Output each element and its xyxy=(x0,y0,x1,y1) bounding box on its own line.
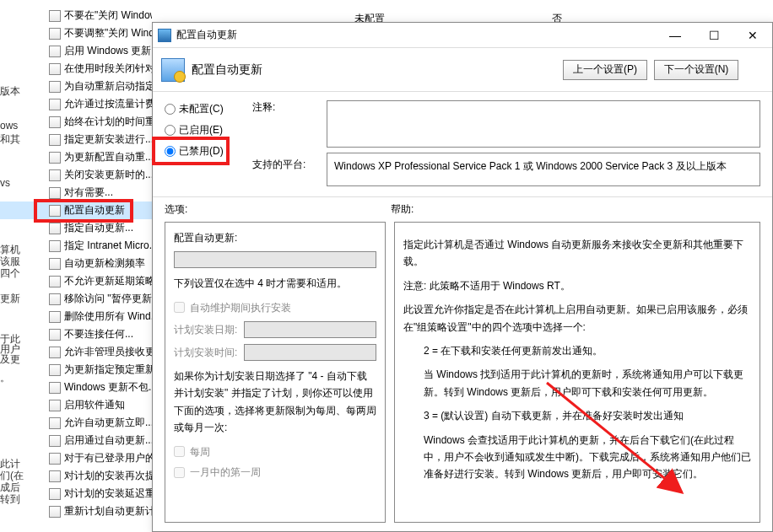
policy-item-icon xyxy=(49,506,61,518)
policy-item-icon xyxy=(49,99,61,110)
next-setting-label: 下一个设置(N) xyxy=(664,62,729,77)
policy-dialog: 配置自动更新 — ☐ ✕ 配置自动更新 上一个设置(P) 下一个设置(N) 未配… xyxy=(152,22,773,532)
policy-item-icon xyxy=(49,10,61,22)
radio-disabled-label: 已禁用(D) xyxy=(179,144,224,159)
plan-paragraph: 如果你为计划安装日期选择了 "4 - 自动下载并计划安装" 并指定了计划，则你还… xyxy=(174,368,376,437)
first-week-checkbox[interactable]: 一月中的第一周 xyxy=(174,464,376,481)
auto-maintenance-checkbox[interactable]: 自动维护期间执行安装 xyxy=(174,299,376,316)
policy-item-icon xyxy=(49,400,61,411)
radio-not-configured[interactable]: 未配置(C) xyxy=(165,102,246,116)
policy-item-icon xyxy=(49,28,61,40)
policy-item-icon xyxy=(49,347,61,358)
tree-item-label: 配置自动更新 xyxy=(64,203,125,218)
policy-item-icon xyxy=(49,134,61,146)
cutoff-text: 及更 xyxy=(0,352,20,367)
close-button[interactable]: ✕ xyxy=(733,23,772,48)
tree-item-label: 对有需要... xyxy=(64,185,113,200)
supported-on-label: 支持的平台: xyxy=(252,153,320,172)
plan-date-label: 计划安装日期: xyxy=(174,321,237,338)
policy-icon xyxy=(161,58,185,82)
policy-item-icon xyxy=(49,223,61,234)
policy-item-icon xyxy=(49,63,61,75)
tree-item-label: 允许通过按流量计费... xyxy=(64,97,152,111)
cutoff-text: 和其 xyxy=(0,132,20,147)
tree-item-label: 在使用时段关闭针对... xyxy=(64,62,152,76)
help-p1: 指定此计算机是否通过 Windows 自动更新服务来接收安全更新和其他重要下载。 xyxy=(403,236,751,271)
prev-setting-button[interactable]: 上一个设置(P) xyxy=(563,60,647,80)
comment-textbox[interactable] xyxy=(327,100,760,148)
policy-item-icon xyxy=(49,364,61,376)
plan-time-label: 计划安装时间: xyxy=(174,344,237,361)
dialog-header: 配置自动更新 上一个设置(P) 下一个设置(N) xyxy=(153,48,772,92)
tree-item-label: 不要在"关闭 Windows"对话框显示"安装更新并关机" xyxy=(64,8,152,23)
cutoff-text: 版本 xyxy=(0,84,20,99)
radio-enabled[interactable]: 已启用(E) xyxy=(165,123,246,137)
first-week-label: 一月中的第一周 xyxy=(190,464,261,481)
help-heading: 帮助: xyxy=(391,202,760,217)
tree-item-label: 始终在计划的时间重... xyxy=(64,115,152,129)
cutoff-text: 转到 xyxy=(0,492,20,507)
policy-item-icon xyxy=(49,488,61,500)
help-p7: Windows 会查找适用于此计算机的更新，并在后台下载它们(在此过程中，用户不… xyxy=(403,432,751,483)
tree-item-label: 不要连接任何... xyxy=(64,327,133,341)
weekly-checkbox[interactable]: 每周 xyxy=(174,443,376,460)
tree-item-label: 不要调整"关闭 Wind... xyxy=(64,26,152,40)
policy-item-icon xyxy=(49,258,61,270)
help-pane[interactable]: 指定此计算机是否通过 Windows 自动更新服务来接收安全更新和其他重要下载。… xyxy=(394,222,760,523)
tree-item-label: 移除访问 "暂停更新... xyxy=(64,292,152,306)
next-setting-button[interactable]: 下一个设置(N) xyxy=(654,60,738,80)
tree-item-label: 指定更新安装进行... xyxy=(64,132,152,147)
configure-dropdown[interactable] xyxy=(174,251,376,268)
tree-item-label: 对计划的安装再次提... xyxy=(64,469,152,483)
cutoff-text: vs xyxy=(0,177,10,189)
policy-item-icon xyxy=(49,382,61,394)
policy-item-icon xyxy=(49,152,61,164)
tree-item-label: 对于有已登录用户的... xyxy=(64,451,152,465)
tree-item-label: 指定 Intranet Micro... xyxy=(64,239,152,253)
radio-enabled-label: 已启用(E) xyxy=(179,123,223,137)
policy-item-icon xyxy=(49,435,61,447)
titlebar: 配置自动更新 — ☐ ✕ xyxy=(153,23,772,48)
weekly-label: 每周 xyxy=(190,443,210,460)
tree-item-label: 为更新指定预定重新... xyxy=(64,363,152,377)
plan-time-dropdown[interactable] xyxy=(244,344,376,361)
dialog-title: 配置自动更新 xyxy=(176,28,656,42)
supported-on-text: Windows XP Professional Service Pack 1 或… xyxy=(327,153,760,186)
policy-item-icon xyxy=(49,311,61,323)
policy-header-title: 配置自动更新 xyxy=(192,62,563,78)
policy-item-icon xyxy=(49,417,61,429)
tree-item-label: 关闭安装更新时的... xyxy=(64,168,152,182)
radio-not-configured-label: 未配置(C) xyxy=(179,102,224,116)
tree-item-label: 自动更新检测频率 xyxy=(64,256,145,271)
policy-item-icon xyxy=(49,81,61,93)
cutoff-text: 更新 xyxy=(0,292,20,306)
options-heading: 选项: xyxy=(165,202,391,217)
tree-item-label: 允许非管理员接收更... xyxy=(64,345,152,359)
tree-item-label: 启用软件通知 xyxy=(64,398,125,412)
tree-item-label: 启用 Windows 更新... xyxy=(64,44,152,58)
options-configure-label: 配置自动更新: xyxy=(174,229,376,246)
policy-item-icon xyxy=(49,240,61,252)
help-p5: 当 Windows 找到适用于此计算机的更新时，系统将通知用户可以下载更新。转到… xyxy=(403,366,751,400)
help-p6: 3 = (默认设置) 自动下载更新，并在准备好安装时发出通知 xyxy=(403,407,751,424)
help-p2: 注意: 此策略不适用于 Windows RT。 xyxy=(403,277,751,294)
plan-date-dropdown[interactable] xyxy=(244,321,376,338)
policy-item-icon xyxy=(49,116,61,128)
cutoff-text: 四个 xyxy=(0,266,20,281)
tree-item-label: 不允许更新延期策略... xyxy=(64,274,152,288)
policy-item-icon xyxy=(49,187,61,199)
side-cutoff-labels: 版本ows和其vs算机该服四个更新于此用户及更。此计们(在成后转到 xyxy=(0,0,34,532)
help-p4: 2 = 在下载和安装任何更新前发出通知。 xyxy=(403,342,751,359)
radio-disabled[interactable]: 已禁用(D) xyxy=(165,144,246,159)
options-pane[interactable]: 配置自动更新: 下列设置仅在选中 4 时才需要和适用。 自动维护期间执行安装 计… xyxy=(165,222,386,523)
comment-label: 注释: xyxy=(252,100,320,115)
help-p3: 此设置允许你指定是否在此计算机上启用自动更新。如果已启用该服务，必须在"组策略设… xyxy=(403,301,751,336)
options-note: 下列设置仅在选中 4 时才需要和适用。 xyxy=(174,275,376,292)
policy-item-icon xyxy=(49,470,61,482)
policy-item-icon xyxy=(49,205,61,217)
policy-item-icon xyxy=(49,293,61,305)
minimize-button[interactable]: — xyxy=(656,23,695,48)
auto-maintenance-label: 自动维护期间执行安装 xyxy=(190,299,291,316)
maximize-button[interactable]: ☐ xyxy=(695,23,733,48)
tree-item-label: 指定自动更新... xyxy=(64,221,133,235)
